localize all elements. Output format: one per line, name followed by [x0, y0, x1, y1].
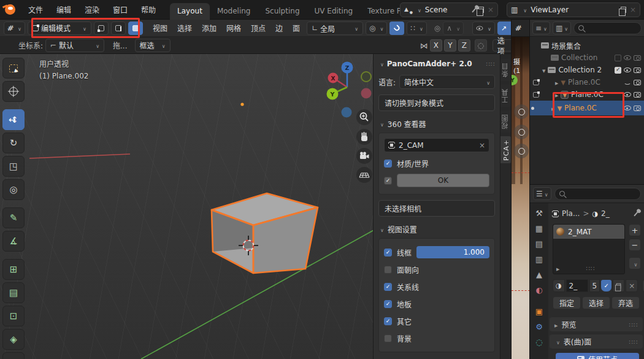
close-icon[interactable] [630, 6, 636, 14]
exclude-checkbox[interactable] [615, 55, 621, 61]
material-world-checkbox[interactable] [384, 160, 392, 168]
menu-edit[interactable]: 编辑 [50, 4, 78, 15]
scene-collection-name[interactable]: 场景集合 [551, 41, 641, 51]
camera-field[interactable]: 2_CAM [384, 138, 489, 152]
physics-tab[interactable]: ◌ [535, 338, 542, 347]
hide-eye-icon[interactable] [624, 80, 631, 85]
tab-tool[interactable]: 工具 [500, 85, 512, 107]
face-select-button[interactable] [128, 21, 143, 35]
fake-user-shield-toggle[interactable]: ✓ [601, 280, 611, 291]
ok-button[interactable]: OK [397, 174, 489, 187]
modifiers-tab[interactable]: ⚙ [535, 323, 543, 331]
material-slot-name[interactable]: 2_MAT [568, 228, 592, 236]
clear-icon[interactable] [479, 141, 485, 150]
pan-hand-button[interactable] [356, 129, 372, 145]
vertex-select-button[interactable] [94, 21, 109, 35]
output-tab[interactable]: ▤ [535, 240, 543, 249]
mini-viewport[interactable]: 摄 (1 Y [511, 37, 529, 359]
pivot-point-dropdown[interactable]: ◎ [366, 21, 387, 35]
filter-dropdown[interactable]: ▥ [553, 21, 571, 34]
gizmo-z-label[interactable]: Z [345, 64, 350, 71]
other-checkbox[interactable] [384, 317, 392, 325]
extrude-tool[interactable]: ▤ [2, 282, 25, 303]
face-orientation-checkbox[interactable] [384, 266, 392, 274]
snap-target-dropdown[interactable]: ∷ [407, 21, 427, 35]
mini-pan-button[interactable] [514, 125, 529, 139]
expand-icon[interactable] [542, 66, 545, 74]
viewport-nav-buttons[interactable] [356, 109, 372, 183]
visibility-dropdown[interactable] [472, 21, 495, 35]
mini-zoom-button[interactable] [514, 104, 529, 119]
preview-panel-header[interactable]: 预览 [550, 317, 643, 331]
plane-name-active[interactable]: Plane.0C [564, 104, 621, 112]
drag-dots-icon[interactable] [559, 264, 621, 272]
duplicate-icon[interactable] [478, 7, 484, 13]
select-button[interactable]: 选择 [582, 296, 610, 309]
falloff-dropdown[interactable]: ∧ [443, 21, 464, 35]
pin-icon[interactable] [634, 211, 638, 216]
properties-editor-type[interactable]: ☰ [533, 187, 551, 200]
gizmo-x-label[interactable]: X [331, 75, 335, 82]
menu-add[interactable]: 添加 [197, 23, 221, 33]
render-camera-icon[interactable] [634, 55, 641, 61]
menu-file[interactable]: 文件 [21, 4, 50, 15]
render-tab[interactable]: ▦ [535, 225, 543, 233]
menu-help[interactable]: 帮助 [134, 4, 163, 15]
scale-tool[interactable]: ◳ [2, 156, 25, 177]
loop-cut-tool[interactable]: ◫ [2, 352, 25, 359]
menu-render[interactable]: 渲染 [78, 4, 106, 15]
camera-view-button[interactable] [356, 148, 372, 164]
mini-gizmo-y-axis[interactable]: Y [511, 75, 518, 85]
tab-layout[interactable]: Layout [170, 3, 210, 20]
deselect-button[interactable]: 弃选 [611, 296, 640, 309]
add-cube-tool[interactable]: ⊞ [2, 259, 25, 280]
add-slot-button[interactable]: + [629, 224, 641, 236]
snap-base-button[interactable]: ◌ [475, 39, 487, 52]
world-tab[interactable]: ◐ [535, 286, 542, 295]
cursor-tool[interactable] [2, 81, 25, 102]
drag-dropdown[interactable]: 拖... [113, 40, 127, 50]
mirror-z-button[interactable]: Z [458, 39, 470, 52]
mirror-y-button[interactable]: Y [444, 39, 456, 52]
no-camera-button[interactable]: 未选择相机 [378, 200, 495, 217]
plane-row-selected[interactable]: ▼ Plane.0C [530, 101, 644, 115]
material-name-field[interactable]: 2_ [566, 279, 588, 292]
hide-eye-icon[interactable] [624, 55, 631, 60]
wireframe-checkbox[interactable] [384, 249, 392, 257]
menu-select[interactable]: 选择 [172, 23, 197, 33]
floor-checkbox[interactable] [384, 300, 392, 308]
blender-logo-icon[interactable] [5, 4, 15, 15]
select-box-tool[interactable] [2, 58, 25, 79]
ok-checkbox[interactable] [384, 177, 392, 185]
mirror-x-button[interactable]: X [430, 39, 442, 52]
edited-cube-mesh[interactable] [212, 193, 318, 273]
menu-window[interactable]: 窗口 [106, 4, 134, 15]
expand-icon[interactable] [555, 90, 558, 99]
surface-panel-header[interactable]: 表(曲)面 [550, 334, 643, 349]
scene-tab[interactable]: ▲ [536, 271, 542, 279]
relationship-lines-checkbox[interactable] [384, 283, 392, 291]
menu-edge[interactable]: 边 [270, 23, 288, 33]
viewlayer-tab[interactable]: ▥ [535, 255, 543, 264]
outliner-search-input[interactable] [573, 22, 642, 34]
tab-modeling[interactable]: Modeling [210, 3, 258, 20]
tab-item[interactable]: 条目 [500, 59, 512, 81]
collection2-row[interactable]: Collection 2 [530, 64, 644, 76]
annotate-tool[interactable]: ✎ [2, 207, 25, 228]
use-nodes-button[interactable]: 使用节点 [556, 353, 639, 359]
drag-dots-icon[interactable] [486, 60, 495, 68]
tab-sculpting[interactable]: Sculpting [258, 3, 307, 20]
assign-button[interactable]: 指定 [553, 296, 581, 309]
ortho-grid-button[interactable] [356, 167, 372, 183]
properties-search-input[interactable] [554, 188, 641, 200]
tab-view[interactable]: 视图 [500, 110, 512, 133]
scene-name[interactable]: Scene [425, 6, 470, 14]
viewer-360-section-header[interactable]: 360 查看器 [378, 118, 495, 129]
navigation-gizmo[interactable]: Z X Y [327, 62, 372, 118]
exclude-checkbox[interactable] [615, 67, 621, 74]
background-checkbox[interactable] [384, 334, 392, 342]
bevel-tool[interactable]: ◈ [2, 329, 25, 350]
menu-mesh[interactable]: 网格 [221, 23, 246, 33]
menu-face[interactable]: 面 [288, 23, 305, 33]
breadcrumb-object[interactable]: Pla... [562, 209, 580, 218]
